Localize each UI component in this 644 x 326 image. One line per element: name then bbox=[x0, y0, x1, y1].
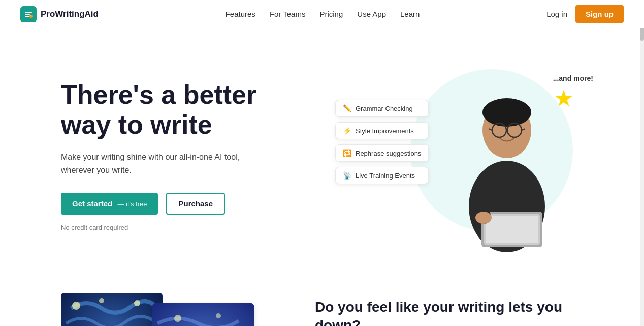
login-link[interactable]: Log in bbox=[546, 10, 567, 18]
grammar-icon: ✏️ bbox=[343, 104, 351, 112]
svg-point-24 bbox=[216, 313, 221, 318]
signup-button[interactable]: Sign up bbox=[575, 5, 624, 23]
svg-rect-14 bbox=[486, 216, 538, 243]
nav-use-app[interactable]: Use App bbox=[357, 10, 386, 18]
style-icon: ⚡ bbox=[343, 127, 351, 135]
svg-point-18 bbox=[99, 298, 104, 303]
brand-name: ProWritingAid bbox=[41, 9, 99, 19]
svg-rect-1 bbox=[25, 14, 30, 15]
rephrase-icon: 🔁 bbox=[343, 149, 351, 157]
hero-section: There's a better way to write Make your … bbox=[0, 28, 644, 273]
svg-point-6 bbox=[482, 98, 531, 127]
nav-links: Features For Teams Pricing Use App Learn bbox=[226, 10, 420, 19]
feature-card-style: ⚡ Style Improvements bbox=[335, 122, 429, 139]
svg-point-17 bbox=[72, 302, 80, 310]
person-svg bbox=[441, 69, 573, 252]
hero-left: There's a better way to write Make your … bbox=[61, 80, 325, 232]
section-two-left: My idea in my head bbox=[61, 293, 284, 326]
hero-right: ...and more! ✏️ Grammar Checking ⚡ Style… bbox=[325, 59, 603, 252]
nav-for-teams[interactable]: For Teams bbox=[270, 10, 306, 18]
nav-learn[interactable]: Learn bbox=[400, 10, 420, 18]
nav-pricing[interactable]: Pricing bbox=[319, 10, 343, 18]
feature-card-rephrase: 🔁 Rephrase suggestions bbox=[335, 144, 429, 162]
hero-subtitle: Make your writing shine with our all-in-… bbox=[61, 151, 264, 176]
svg-point-19 bbox=[134, 300, 140, 306]
section-two: My idea in my head Do you feel like your… bbox=[0, 273, 644, 326]
svg-point-15 bbox=[475, 212, 492, 224]
no-credit-text: No credit card required bbox=[61, 224, 325, 231]
logo-link[interactable]: ProWritingAid bbox=[20, 6, 99, 22]
hero-title: There's a better way to write bbox=[61, 80, 325, 141]
artwork-primary bbox=[61, 293, 163, 326]
hero-illustration bbox=[436, 59, 578, 252]
artwork-overlay bbox=[152, 303, 254, 326]
section-two-right: Do you feel like your writing lets you d… bbox=[315, 293, 603, 326]
logo-icon bbox=[20, 6, 37, 22]
purchase-button[interactable]: Purchase bbox=[166, 193, 225, 215]
nav-features[interactable]: Features bbox=[226, 10, 255, 18]
get-started-button[interactable]: Get started — it's free bbox=[61, 193, 158, 215]
feature-cards-list: ✏️ Grammar Checking ⚡ Style Improvements… bbox=[335, 100, 429, 184]
section-two-title: Do you feel like your writing lets you d… bbox=[315, 298, 603, 326]
training-icon: 📡 bbox=[343, 171, 351, 180]
navbar: ProWritingAid Features For Teams Pricing… bbox=[0, 0, 644, 28]
feature-card-grammar: ✏️ Grammar Checking bbox=[335, 100, 429, 117]
artwork-container: My idea in my head bbox=[61, 293, 254, 326]
svg-rect-0 bbox=[25, 12, 32, 13]
starry-night-svg bbox=[61, 293, 163, 326]
hero-buttons: Get started — it's free Purchase bbox=[61, 193, 325, 215]
feature-card-training: 📡 Live Training Events bbox=[335, 167, 429, 184]
overlay-artwork-svg bbox=[152, 303, 254, 326]
scrollbar[interactable] bbox=[640, 0, 644, 326]
nav-right: Log in Sign up bbox=[546, 5, 624, 23]
svg-point-23 bbox=[174, 315, 181, 322]
